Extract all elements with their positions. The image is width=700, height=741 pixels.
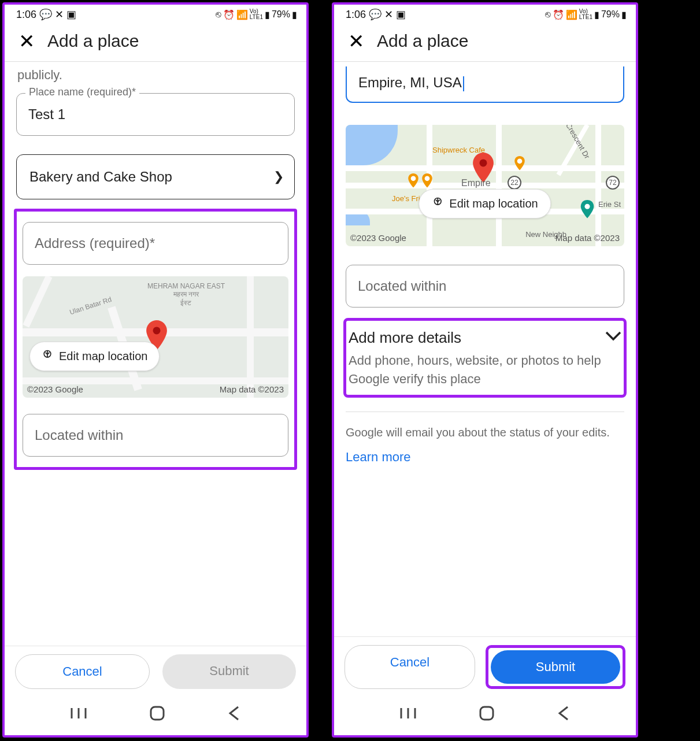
learn-more-link[interactable]: Learn more	[346, 450, 624, 465]
chevron-right-icon: ❯	[273, 169, 284, 184]
place-pin-icon	[579, 200, 595, 223]
highlight-address-section: Address (required)* MEHRAM NAGAR EAST मह…	[14, 209, 297, 470]
bottom-action-bar: Cancel Submit	[5, 646, 306, 695]
missed-call-icon: ✕	[55, 8, 64, 21]
intro-text-fragment: publicly.	[17, 68, 294, 83]
missed-call-icon: ✕	[384, 8, 393, 21]
map-preview[interactable]: Shipwreck Cafe Empire 22 72 Joe's Friend…	[346, 125, 624, 246]
category-row[interactable]: Bakery and Cake Shop ❯	[16, 154, 295, 199]
place-name-field[interactable]: Place name (required)* Test 1	[16, 93, 295, 136]
route-badge: 72	[606, 176, 620, 190]
svg-point-0	[153, 327, 160, 334]
svg-point-10	[585, 203, 590, 209]
map-copyright: ©2023 Google	[350, 233, 406, 243]
svg-point-8	[425, 176, 430, 181]
status-bar: 1:06 💬 ✕ ▣ ⎋ ⏰ 📶 Vo)LTE1 ▮ 79% ▮	[5, 5, 306, 22]
page-title: Add a place	[377, 31, 468, 51]
text-cursor	[463, 76, 464, 91]
battery-icon: ▮	[621, 9, 627, 20]
chevron-down-icon	[605, 331, 621, 344]
home-icon[interactable]	[149, 705, 165, 724]
edit-location-icon	[42, 349, 53, 364]
back-icon[interactable]	[557, 706, 570, 723]
back-icon[interactable]	[228, 706, 240, 723]
street-erie: Erie St	[598, 200, 621, 209]
status-time: 1:06	[346, 9, 366, 21]
info-text: Google will email you about the status o…	[346, 426, 624, 439]
wifi-icon: 📶	[566, 9, 577, 20]
alarm-icon: ⏰	[553, 9, 564, 20]
edit-map-location-label: Edit map location	[449, 197, 538, 210]
lte-icon: Vo)LTE1	[250, 9, 263, 20]
add-more-details-title: Add more details	[349, 329, 461, 347]
place-name-label: Place name (required)*	[25, 86, 139, 98]
svg-rect-5	[151, 707, 164, 720]
phone-screenshot-left: 1:06 💬 ✕ ▣ ⎋ ⏰ 📶 Vo)LTE1 ▮ 79% ▮ ✕ Add a…	[2, 2, 309, 738]
map-preview[interactable]: MEHRAM NAGAR EAST महरम नगर ईस्ट Ulan Bat…	[23, 276, 288, 398]
android-nav-bar	[334, 695, 636, 735]
food-pin-icon	[513, 156, 526, 172]
edit-map-location-button[interactable]: Edit map location	[418, 189, 551, 218]
battery-percent: 79%	[272, 9, 290, 20]
cancel-button[interactable]: Cancel	[15, 654, 150, 689]
address-field[interactable]: Address (required)*	[23, 222, 288, 265]
add-more-details-subtitle: Add phone, hours, website, or photos to …	[349, 351, 621, 388]
located-within-input[interactable]: Located within	[23, 414, 288, 457]
svg-point-9	[480, 159, 487, 166]
battery-saver-icon: ⎋	[216, 9, 221, 20]
android-nav-bar	[5, 695, 306, 735]
map-road-label: Ulan Batar Rd	[69, 295, 113, 317]
recent-apps-icon[interactable]	[400, 707, 416, 722]
add-more-details-row[interactable]: Add more details Add phone, hours, websi…	[346, 325, 624, 391]
picture-icon: ▣	[66, 8, 76, 21]
submit-button[interactable]: Submit	[491, 650, 620, 684]
highlight-submit-button: Submit	[486, 645, 625, 689]
svg-rect-15	[480, 707, 493, 720]
food-pin-icon	[421, 173, 434, 190]
map-data-label: Map data ©2023	[555, 233, 620, 243]
cancel-button[interactable]: Cancel	[345, 645, 475, 689]
signal-icon: ▮	[594, 9, 599, 20]
poi-empire: Empire	[461, 178, 491, 188]
edit-map-location-button[interactable]: Edit map location	[29, 342, 160, 371]
located-within-input[interactable]: Located within	[346, 265, 624, 307]
status-bar: 1:06 💬 ✕ ▣ ⎋ ⏰ 📶 Vo)LTE1 ▮ 79% ▮	[334, 5, 636, 22]
close-icon[interactable]: ✕	[18, 31, 35, 51]
highlight-add-more-details: Add more details Add phone, hours, websi…	[343, 318, 627, 398]
map-data-label: Map data ©2023	[220, 384, 284, 394]
category-value: Bakery and Cake Shop	[29, 169, 172, 185]
alarm-icon: ⏰	[223, 9, 235, 20]
divider	[346, 412, 624, 412]
svg-point-7	[411, 176, 416, 181]
picture-icon: ▣	[396, 8, 406, 21]
route-badge: 22	[508, 176, 521, 190]
edit-location-icon	[432, 197, 443, 211]
place-name-input[interactable]: Test 1	[16, 93, 295, 136]
address-field[interactable]: Empire, MI, USA	[346, 66, 624, 103]
map-copyright: ©2023 Google	[27, 384, 83, 394]
home-icon[interactable]	[479, 705, 495, 724]
page-title: Add a place	[47, 31, 139, 51]
battery-icon: ▮	[292, 9, 297, 20]
battery-percent: 79%	[601, 9, 620, 20]
signal-icon: ▮	[265, 9, 270, 20]
located-within-field[interactable]: Located within	[23, 414, 288, 457]
map-area-label: MEHRAM NAGAR EAST महरम नगर ईस्ट	[147, 282, 225, 307]
svg-point-6	[517, 158, 523, 164]
address-input[interactable]: Empire, MI, USA	[346, 66, 624, 103]
close-icon[interactable]: ✕	[348, 31, 364, 51]
submit-button[interactable]: Submit	[162, 654, 296, 689]
page-header: ✕ Add a place	[5, 22, 306, 62]
address-input[interactable]: Address (required)*	[23, 222, 288, 265]
chat-icon: 💬	[39, 8, 52, 21]
recent-apps-icon[interactable]	[71, 707, 87, 722]
food-pin-icon	[407, 173, 420, 190]
phone-screenshot-right: 1:06 💬 ✕ ▣ ⎋ ⏰ 📶 Vo)LTE1 ▮ 79% ▮ ✕ Add a…	[332, 2, 638, 738]
located-within-field[interactable]: Located within	[346, 265, 624, 307]
battery-saver-icon: ⎋	[545, 9, 551, 20]
chat-icon: 💬	[369, 8, 382, 21]
lte-icon: Vo)LTE1	[579, 9, 592, 20]
status-time: 1:06	[16, 9, 36, 21]
wifi-icon: 📶	[236, 9, 248, 20]
bottom-action-bar: Cancel Submit	[334, 636, 636, 695]
